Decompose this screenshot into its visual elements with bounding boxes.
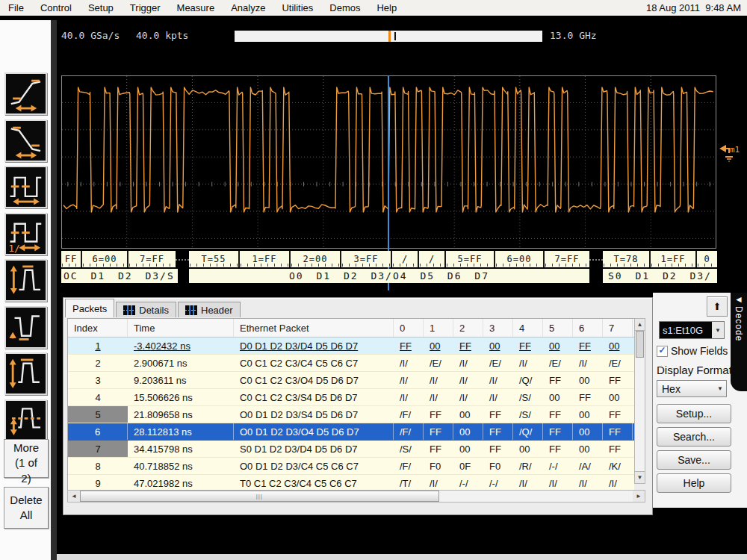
trigger-position-marker[interactable] [388, 31, 391, 42]
v-top-icon [7, 355, 45, 393]
decode-lane-text-1: OC D1 D2 D3/S [61, 269, 178, 283]
display-format-dropdown[interactable]: Hex ▼ [657, 380, 727, 397]
show-fields-checkbox[interactable]: ✓ Show Fields [657, 345, 728, 357]
decode-field: 1=FF [240, 251, 291, 267]
decode-source-dropdown[interactable]: s1:Et10G ▼ [659, 321, 725, 339]
menu-file[interactable]: File [0, 2, 32, 13]
decode-lane-text-3: S0 D1 D2 D3/ [603, 269, 717, 283]
display-format-label: Display Format [657, 364, 732, 376]
search-button[interactable]: Search... [657, 427, 731, 447]
rise-time-button[interactable] [4, 72, 47, 115]
column-header-1[interactable]: 1 [424, 319, 453, 337]
scroll-down-button[interactable]: ▼ [635, 471, 645, 483]
column-header-index[interactable]: Index [68, 319, 128, 337]
tab-details[interactable]: Details [116, 302, 176, 317]
lane-value-cell: FF [603, 441, 633, 457]
v-base-button[interactable] [4, 306, 47, 349]
packet-cell: D0 D1 D2 D3/D4 D5 D6 D7 [234, 337, 394, 354]
tab-packets[interactable]: Packets [65, 299, 114, 317]
column-header-3[interactable]: 3 [483, 319, 513, 337]
lane-value-cell: /T/ [394, 475, 424, 491]
v-peak-peak-button[interactable] [4, 259, 47, 302]
decode-idle-connector [589, 259, 603, 261]
decode-field: 0 [697, 251, 717, 267]
packet-cell: O0 D1 D2 D3/O4 D5 D6 D7 [234, 423, 394, 440]
lane-value-cell: 00 [573, 406, 603, 423]
column-header-time[interactable]: Time [128, 319, 234, 337]
clock: 18 Aug 2011 9:48 AM [646, 2, 747, 13]
packet-cell: T0 C1 C2 C3/C4 C5 C6 C7 [234, 475, 394, 491]
lane-value-cell: 00 [453, 441, 483, 457]
time-cell: 40.718852 ns [128, 458, 234, 474]
decode-idle-connector [176, 259, 189, 261]
lane-value-cell: /-/ [453, 475, 483, 491]
menu-utilities[interactable]: Utilities [273, 2, 321, 13]
column-header-7[interactable]: 7 [603, 319, 633, 337]
delete-all-button[interactable]: DeleteAll [4, 487, 49, 529]
more-button[interactable]: More(1 of 2) [4, 439, 49, 478]
packet-row-7[interactable]: 734.415798 nsS0 D1 D2 D3/D4 D5 D6 D7/S/F… [68, 441, 634, 458]
decode-field: 2=00 [291, 251, 341, 267]
v-base-icon [7, 309, 45, 346]
scroll-up-button[interactable]: ▲ [635, 319, 645, 331]
packet-row-8[interactable]: 840.718852 nsO0 D1 D2 D3/C4 C5 C6 C7/F/F… [68, 458, 634, 475]
packet-row-1[interactable]: 1-3.402432 nsD0 D1 D2 D3/D4 D5 D6 D7FF00… [68, 337, 634, 355]
decode-side-tab[interactable]: ◄ Decode [731, 293, 747, 391]
vertical-scrollbar[interactable]: ▲ ▼ [634, 318, 645, 484]
time-cell: 21.809658 ns [128, 406, 234, 423]
waveform-thumbnail-icon [123, 305, 135, 315]
column-header-6[interactable]: 6 [573, 319, 603, 337]
packet-row-6[interactable]: 628.112813 nsO0 D1 D2 D3/O4 D5 D6 D7/F/F… [68, 423, 634, 441]
lane-value-cell: 00 [543, 389, 573, 405]
decode-field: 7=FF [545, 251, 589, 267]
packet-row-3[interactable]: 39.203611 nsC0 C1 C2 C3/O4 D5 D6 D7/I//I… [68, 372, 634, 389]
frequency-button[interactable]: 1/ [4, 213, 47, 255]
dropdown-arrow-icon[interactable]: ▼ [714, 381, 726, 396]
time-cell: 9.203611 ns [128, 372, 234, 388]
lane-value-cell: 00 [573, 441, 603, 457]
scroll-right-button[interactable]: ► [633, 491, 645, 502]
column-header-4[interactable]: 4 [513, 319, 543, 337]
column-header-5[interactable]: 5 [543, 319, 573, 337]
acquisition-position-bar[interactable] [235, 31, 542, 42]
lane-value-cell: /I/ [453, 372, 483, 388]
sample-rate-readout: 40.0 GSa/s [61, 30, 120, 41]
column-header-ethernet-packet[interactable]: Ethernet Packet [234, 319, 394, 337]
checkbox-check-icon[interactable]: ✓ [657, 346, 668, 357]
packet-row-5[interactable]: 521.809658 nsO0 D1 D2 D3/S4 D5 D6 D7/F/F… [68, 406, 634, 423]
setup-button[interactable]: Setup... [657, 404, 731, 423]
row-index-cell: 6 [68, 423, 128, 440]
lane-value-cell: /I/ [483, 389, 513, 405]
packet-table[interactable]: IndexTimeEthernet Packet012345671-3.4024… [67, 318, 634, 493]
column-header-0[interactable]: 0 [394, 319, 424, 337]
horizontal-scrollbar[interactable]: ◄ ||| ► [67, 490, 645, 503]
tab-header[interactable]: Header [178, 302, 241, 317]
scroll-left-button[interactable]: ◄ [68, 491, 80, 502]
lane-value-cell: FF [513, 337, 543, 354]
fall-time-button[interactable] [4, 119, 47, 162]
menu-setup[interactable]: Setup [80, 2, 122, 13]
decode-field: 6=00 [82, 251, 128, 267]
packet-row-4[interactable]: 415.506626 nsC0 C1 C2 C3/S4 D5 D6 D7/I//… [68, 389, 634, 406]
collapse-panel-button[interactable]: ⬆ [707, 296, 728, 317]
horizontal-scroll-thumb[interactable]: ||| [80, 491, 439, 502]
v-average-button[interactable] [4, 399, 47, 442]
pulse-width-button[interactable] [4, 166, 47, 208]
dropdown-arrow-icon[interactable]: ▼ [712, 322, 724, 338]
lane-value-cell: FF [424, 441, 453, 457]
menu-help[interactable]: Help [368, 2, 405, 13]
menu-trigger[interactable]: Trigger [122, 2, 169, 13]
help-button[interactable]: Help [657, 473, 731, 493]
lane-value-cell: /K/ [603, 458, 633, 474]
menu-analyze[interactable]: Analyze [223, 2, 273, 13]
menu-control[interactable]: Control [32, 2, 80, 13]
menu-demos[interactable]: Demos [321, 2, 368, 13]
packet-cell: C0 C1 C2 C3/C4 C5 C6 C7 [234, 355, 394, 371]
column-header-2[interactable]: 2 [453, 319, 483, 337]
vertical-scroll-thumb[interactable] [636, 331, 644, 358]
packet-row-2[interactable]: 22.900671 nsC0 C1 C2 C3/C4 C5 C6 C7/I//E… [68, 355, 634, 372]
save-button[interactable]: Save... [657, 450, 731, 470]
marker-m1[interactable]: m1 [718, 142, 745, 169]
v-top-button[interactable] [4, 352, 47, 395]
menu-measure[interactable]: Measure [169, 2, 223, 13]
